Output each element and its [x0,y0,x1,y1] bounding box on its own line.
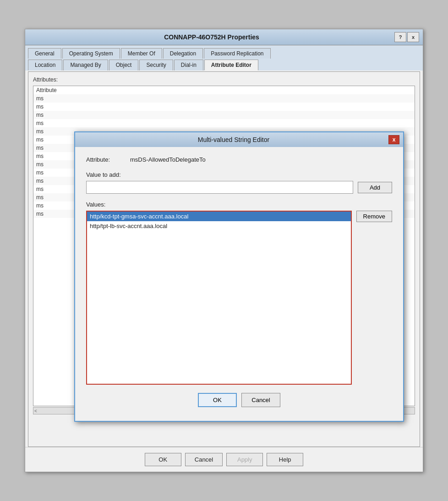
tab-row-1: General Operating System Member Of Deleg… [28,48,420,59]
tab-member-of[interactable]: Member Of [121,48,162,59]
modal-title: Multi-valued String Editor [79,136,388,143]
modal-close-button[interactable]: x [388,135,399,144]
remove-button[interactable]: Remove [356,211,392,222]
add-button[interactable]: Add [358,182,392,193]
ok-button[interactable]: OK [145,453,181,466]
tab-attribute-editor[interactable]: Attribute Editor [204,60,258,71]
values-label: Values: [86,201,392,208]
window-title: CONNAPP-46O752H Properties [29,33,394,41]
value-input[interactable] [86,181,353,194]
values-list[interactable]: http/kcd-tpt-gmsa-svc-accnt.aaa.local ht… [86,211,352,385]
help-button[interactable]: ? [394,32,406,42]
tabs-container: General Operating System Member Of Deleg… [25,45,423,71]
cancel-button[interactable]: Cancel [185,453,223,466]
tab-operating-system[interactable]: Operating System [62,48,120,59]
modal-dialog: Multi-valued String Editor x Attribute: … [74,131,404,422]
modal-overlay: Multi-valued String Editor x Attribute: … [28,72,420,447]
modal-cancel-button[interactable]: Cancel [241,393,280,407]
list-item-selected[interactable]: http/kcd-tpt-gmsa-svc-accnt.aaa.local [87,212,351,221]
main-window: CONNAPP-46O752H Properties ? x General O… [25,29,423,472]
apply-button[interactable]: Apply [226,453,263,466]
help-button-bottom[interactable]: Help [267,453,303,466]
tab-delegation[interactable]: Delegation [163,48,203,59]
tab-row-2: Location Managed By Object Security Dial… [28,60,420,71]
tab-dial-in[interactable]: Dial-in [174,60,203,71]
attribute-value: msDS-AllowedToDelegateTo [130,156,206,163]
bottom-buttons: OK Cancel Apply Help [25,447,423,472]
close-button[interactable]: x [407,32,419,42]
value-to-add-label: Value to add: [86,171,392,178]
title-bar-buttons: ? x [394,32,419,42]
value-input-row: Add [86,181,392,194]
title-bar: CONNAPP-46O752H Properties ? x [25,29,423,45]
values-row: http/kcd-tpt-gmsa-svc-accnt.aaa.local ht… [86,211,392,385]
modal-bottom-buttons: OK Cancel [86,385,392,412]
modal-body: Attribute: msDS-AllowedToDelegateTo Valu… [75,147,403,421]
modal-attribute-row: Attribute: msDS-AllowedToDelegateTo [86,156,392,163]
tab-password-replication[interactable]: Password Replication [204,48,270,59]
tab-security[interactable]: Security [139,60,173,71]
modal-title-bar: Multi-valued String Editor x [75,132,403,147]
list-item[interactable]: http/tpt-lb-svc-accnt.aaa.local [87,221,351,231]
tab-general[interactable]: General [28,48,61,59]
tab-location[interactable]: Location [28,60,62,71]
tab-managed-by[interactable]: Managed By [63,60,108,71]
tab-object[interactable]: Object [109,60,139,71]
modal-ok-button[interactable]: OK [198,393,237,407]
main-content: Attributes: Attribute ms ms ms ms ms ms … [28,71,420,447]
attribute-label: Attribute: [86,156,123,163]
